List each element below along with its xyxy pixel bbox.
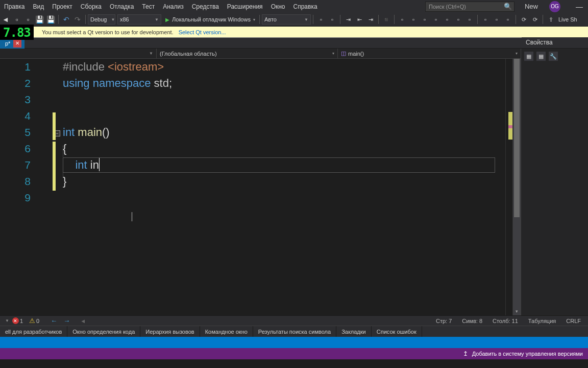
properties-panel: ▦ ▦ 🔧 [521,49,588,315]
bottom-tab[interactable]: Командное окно [200,326,253,337]
status-char[interactable]: Симв: 8 [457,318,487,324]
status-indent[interactable]: Табуляция [523,318,561,324]
toolbar-icon[interactable]: ▫ [397,14,408,25]
toolbar-icon[interactable]: ▫ [491,14,502,25]
toolbar-icon[interactable]: ▫ [419,14,430,25]
close-tab-icon[interactable]: ✕ [13,39,21,48]
upload-icon: ↥ [463,350,468,357]
redo-icon[interactable]: ↷ [72,14,83,25]
toolbar-icon[interactable]: ▫ [315,14,327,25]
status-col[interactable]: Столб: 11 [487,318,523,324]
status-eol[interactable]: CRLF [561,318,586,324]
menu-Справка[interactable]: Справка [289,1,322,12]
secondary-caret [132,212,132,221]
select-qt-link[interactable]: Select Qt version... [179,29,226,35]
toolbar-icon[interactable]: ▫ [453,14,464,25]
change-marker [53,112,56,140]
bottom-tab[interactable]: Закладки [336,326,372,337]
overview-ruler[interactable] [505,59,512,315]
outdent-icon[interactable]: ⇥ [365,14,376,25]
save-icon[interactable]: 💾 [34,14,45,25]
search-input[interactable]: Поиск (Ctrl+Q) 🔍 [425,2,514,12]
menu-Расширения[interactable]: Расширения [223,1,267,12]
prop-icon[interactable]: ▦ [536,52,546,61]
properties-panel-title: Свойства [522,37,588,48]
change-marker [53,142,56,191]
toolbar-icon[interactable]: ▫ [464,14,475,25]
status-chevron-icon[interactable]: ▼ [2,318,12,323]
liveshare-label[interactable]: Live Sh [556,16,579,22]
status-line[interactable]: Стр: 7 [431,318,457,324]
scroll-down-icon[interactable]: ▾ [513,307,521,315]
toolbar-icon[interactable]: ▫ [430,14,442,25]
open-icon[interactable]: ▫ [22,14,34,25]
scrollbar-thumb[interactable] [514,59,520,217]
start-debugger-button[interactable]: ▶Локальный отладчик Windows▾ [163,14,257,25]
user-avatar[interactable]: OG [549,1,560,12]
scope-project[interactable]: ▼ [0,49,157,58]
nav-forward-icon[interactable]: → [60,317,73,325]
back-icon[interactable]: ◄ [0,14,11,25]
prop-icon[interactable]: 🔧 [549,52,558,61]
scope-bar: ▼ (Глобальная область)▾ ◫main()▾ [0,49,521,59]
notice-text: You must select a Qt version to use for … [42,29,174,35]
source-control-bar[interactable]: ↥ Добавить в систему управления версиями [0,348,588,359]
menu-Средства[interactable]: Средства [188,1,223,12]
fps-overlay: 7.83 [0,25,34,40]
code-content[interactable]: #include <iostream>using namespace std;i… [63,59,497,206]
new-button[interactable]: New [518,3,545,10]
menu-Сборка[interactable]: Сборка [77,1,106,12]
error-count[interactable]: ✕1 [12,317,23,324]
scope-function[interactable]: ◫main()▾ [338,49,521,58]
undo-icon[interactable]: ↶ [61,14,72,25]
liveshare-icon[interactable]: ⇪ [545,14,556,25]
bottom-tab[interactable]: ell для разработчиков [0,326,67,337]
qt-notice-bar: You must select a Qt version to use for … [0,27,588,38]
menu-Правка[interactable]: Правка [0,1,29,12]
bottom-tab[interactable]: Окно определения кода [67,326,140,337]
menu-Проект[interactable]: Проект [48,1,77,12]
source-control-label: Добавить в систему управления версиями [472,351,583,357]
config-dropdown[interactable]: Debug▼ [88,14,115,25]
refresh-icon[interactable]: ⟳ [518,14,529,25]
menu-Отладка[interactable]: Отладка [106,1,138,12]
bottom-tab[interactable]: Список ошибок [372,326,422,337]
warning-count[interactable]: ⚠0 [29,317,39,325]
platform-dropdown[interactable]: x86▼ [117,14,161,25]
menu-Тест[interactable]: Тест [138,1,159,12]
menu-Окно[interactable]: Окно [267,1,289,12]
toolbar-icon[interactable]: ▫ [327,14,338,25]
editor-status-bar: ▼ ✕1 ⚠0 ← → ◄ Стр: 7 Симв: 8 Столб: 11 Т… [0,315,588,326]
toolbar-icon[interactable]: ▫ [502,14,513,25]
document-tabs: p* ✕ ▾ ✲ ▾ Свойства [0,38,588,49]
sync-icon[interactable]: ⟳ [529,14,541,25]
nav-back-icon[interactable]: ← [47,317,60,325]
prop-icon[interactable]: ▦ [524,52,533,61]
bottom-tabs: ell для разработчиковОкно определения ко… [0,326,588,337]
scope-namespace[interactable]: (Глобальная область)▾ [157,49,338,58]
main-area: 123456789 − #include <iostream>using nam… [0,59,588,315]
vertical-scrollbar[interactable]: ▴ ▾ [512,59,521,315]
toolbar-icon[interactable]: ▫ [408,14,419,25]
line-number-gutter: 123456789 [0,59,36,206]
new-file-icon[interactable]: ▫ [11,14,22,25]
search-icon: 🔍 [504,3,512,10]
step-out-icon[interactable]: ⇥ [342,14,354,25]
menu-bar: ПравкаВидПроектСборкаОтладкаТестАнализСр… [0,0,588,13]
main-toolbar: ◄ ▫ ▫ 💾 💾 ↶ ↷ Debug▼ x86▼ ▶Локальный отл… [0,13,588,27]
menu-Вид[interactable]: Вид [29,1,48,12]
bottom-tab[interactable]: Результаты поиска символа [253,326,336,337]
minimize-button[interactable]: — [571,3,588,11]
bookmark-icon[interactable]: ◾ [381,14,392,25]
save-all-icon[interactable]: 💾 [45,14,56,25]
status-bar [0,337,588,348]
auto-dropdown[interactable]: Авто▼ [262,14,311,25]
indent-icon[interactable]: ⇤ [354,14,365,25]
bottom-tab[interactable]: Иерархия вызовов [140,326,200,337]
menu-Анализ[interactable]: Анализ [159,1,188,12]
toolbar-icon[interactable]: ▫ [480,14,491,25]
toolbar-icon[interactable]: ▫ [442,14,453,25]
code-editor[interactable]: 123456789 − #include <iostream>using nam… [0,59,505,315]
